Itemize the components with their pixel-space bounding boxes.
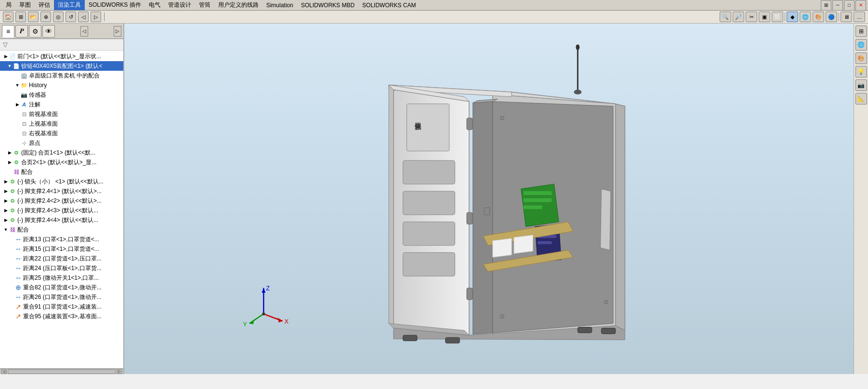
menu-item-caotu[interactable]: 草图 — [15, 0, 35, 10]
tree-item-mate-inner[interactable]: ▶ ⛓ 配合 — [0, 167, 123, 177]
arrow-history[interactable]: ▼ — [14, 82, 20, 88]
arrow-foot4[interactable]: ▶ — [3, 217, 9, 223]
arrow-front-door[interactable]: ▶ — [3, 53, 9, 59]
tab-properties[interactable]: 𝑷 — [15, 25, 28, 38]
right-btn-3[interactable]: 🎨 — [855, 52, 867, 64]
tree-item-front-door[interactable]: ▶ 📄 前门<1> (默认<<默认>_显示状... — [0, 52, 123, 61]
win-restore-btn[interactable]: ⊞ — [821, 0, 831, 11]
filter-icon[interactable]: ▽ — [3, 41, 8, 48]
tree-item-coin82[interactable]: ▶ ⊕ 重合82 (口罩货道<1>,微动开... — [0, 283, 123, 292]
tree-item-front-plane[interactable]: ▶ ⊡ 前视基准面 — [0, 109, 123, 119]
tree-item-dist22[interactable]: ▶ ↔ 距离22 (口罩货道<1>,压口罩... — [0, 254, 123, 263]
tree-item-foot3[interactable]: ▶ ⚙ (-) 脚支撑2.4<3> (默认<<默认... — [0, 206, 123, 215]
tree-item-lock[interactable]: ▶ ⚙ (-) 锁头（小） <1> (默认<<默认... — [0, 177, 123, 186]
new-view-btn[interactable]: ⊞ — [15, 12, 26, 22]
tree-item-right-plane[interactable]: ▶ ⊡ 右视基准面 — [0, 129, 123, 138]
tree-item-dist25[interactable]: ▶ ↔ 距离25 (微动开关1<1>,口罩... — [0, 273, 123, 283]
zoom-area-btn[interactable]: 🔎 — [733, 12, 744, 22]
tree-item-top-plane[interactable]: ▶ ⊡ 上视基准面 — [0, 119, 123, 129]
right-btn-2[interactable]: 🌐 — [855, 39, 867, 51]
tree-item-history[interactable]: ▼ 📁 History — [0, 80, 123, 90]
tree-item-coin95[interactable]: ▶ ↗ 重合95 (减速装置<3>,基准面... — [0, 311, 123, 321]
tree-item-mate-top[interactable]: ▼ ⛓ 配合 — [0, 225, 123, 234]
tree-item-coin91[interactable]: ▶ ↗ 重合91 (口罩货道<1>,减速装... — [0, 302, 123, 311]
tree-item-dist26[interactable]: ▶ ↔ 距离26 (口罩货道<1>,微动开... — [0, 292, 123, 302]
color-btn[interactable]: 🎨 — [813, 12, 824, 22]
tree-item-foot1[interactable]: ▶ ⚙ (-) 脚支撑2.4<1> (默认<<默认>... — [0, 186, 123, 196]
wire-btn[interactable]: ⬜ — [772, 12, 783, 22]
right-btn-6[interactable]: 📐 — [855, 93, 867, 104]
menu-item-ju[interactable]: 局 — [2, 0, 15, 10]
arrow-annotation[interactable]: ▶ — [14, 102, 20, 107]
icon-origin: ⊹ — [20, 139, 28, 147]
panel-prev-btn[interactable]: ◁ — [80, 26, 88, 37]
tree-item-table-mates[interactable]: ▶ 🏢 卓面级口罩售卖机 中的配合 — [0, 71, 123, 80]
arrow-foot1[interactable]: ▶ — [3, 188, 9, 194]
win-close-btn[interactable]: ✕ — [855, 0, 866, 11]
tree-item-hinge1[interactable]: ▶ ⚙ (固定) 合页1<1> (默认<<默... — [0, 148, 123, 157]
box-btn[interactable]: ▣ — [759, 12, 770, 22]
menu-item-sw-plugins[interactable]: SOLIDWORKS 插件 — [85, 0, 145, 10]
arrow-hinge2[interactable]: ▶ — [7, 159, 13, 165]
feature-tree[interactable]: ▶ 📄 前门<1> (默认<<默认>_显示状... ▼ 📄 铰链40X40X5装… — [0, 51, 123, 368]
menu-item-sw-mbd[interactable]: SOLIDWORKS MBD — [297, 1, 358, 10]
left-hscroll[interactable]: ◁ ▷ — [0, 368, 123, 374]
win-minimize-btn[interactable]: ─ — [832, 0, 843, 11]
view-sep-1 — [785, 13, 785, 21]
tab-config[interactable]: ⚙ — [29, 25, 41, 38]
menu-item-simulation[interactable]: Simulation — [263, 1, 297, 10]
menu-item-xuanran[interactable]: 渲染工具 — [54, 0, 85, 10]
cut-btn[interactable]: ✂ — [746, 12, 757, 22]
menu-item-guantong[interactable]: 管筒 — [195, 0, 214, 10]
tree-item-foot2[interactable]: ▶ ⚙ (-) 脚支撑2.4<2> (默认<<默认>... — [0, 196, 123, 206]
panel-next-btn[interactable]: ▷ — [114, 26, 121, 37]
shade-btn[interactable]: ◆ — [787, 12, 798, 22]
next-btn[interactable]: ▷ — [91, 12, 101, 22]
menu-item-sw-cam[interactable]: SOLIDWORKS CAM — [358, 1, 420, 10]
icon-hinge2: ⚙ — [13, 158, 20, 166]
rotate-btn[interactable]: ↺ — [66, 12, 76, 22]
tree-item-annotation[interactable]: ▶ A 注解 — [0, 100, 123, 109]
arrow-foot2[interactable]: ▶ — [3, 198, 9, 204]
menu-item-dianqi[interactable]: 电气 — [145, 0, 164, 10]
orient-btn[interactable]: ⊕ — [40, 12, 51, 22]
hscroll-left-btn[interactable]: ◁ — [1, 369, 7, 374]
arrow-hinge-asm[interactable]: ▼ — [7, 63, 13, 69]
win-maximize-btn[interactable]: □ — [844, 0, 855, 11]
arrow-lock[interactable]: ▶ — [3, 179, 9, 184]
display-btn[interactable]: ◎ — [53, 12, 64, 22]
prev-btn[interactable]: ◁ — [78, 12, 89, 22]
zoom-btn[interactable]: 🔍 — [720, 12, 731, 22]
tab-feature-tree[interactable]: ≡ — [2, 25, 14, 38]
menu-item-userline[interactable]: 用户定义的线路 — [214, 0, 263, 10]
right-btn-4[interactable]: 💡 — [855, 66, 867, 78]
tree-item-dist13[interactable]: ▶ ↔ 距离13 (口罩<1>,口罩货道<... — [0, 234, 123, 244]
icon-dist24: ↔ — [14, 264, 22, 272]
tree-item-sensor[interactable]: ▶ 📷 传感器 — [0, 90, 123, 100]
tab-display[interactable]: 👁 — [42, 25, 55, 38]
viewport[interactable]: 快来售罩口 — [124, 24, 854, 374]
tree-item-origin[interactable]: ▶ ⊹ 原点 — [0, 138, 123, 148]
home-btn[interactable]: 🏠 — [3, 12, 13, 22]
icon-dist15: ↔ — [14, 245, 22, 253]
hscroll-thumb[interactable] — [8, 369, 116, 374]
arrow-hinge1[interactable]: ▶ — [7, 150, 13, 156]
right-btn-1[interactable]: ⊞ — [855, 26, 867, 37]
texture-btn[interactable]: 🔵 — [826, 12, 837, 22]
menu-item-pinggu[interactable]: 评估 — [35, 0, 54, 10]
tree-item-dist15[interactable]: ▶ ↔ 距离15 (口罩<1>,口罩货道<... — [0, 244, 123, 254]
menu-item-guandao[interactable]: 管道设计 — [164, 0, 195, 10]
tree-item-hinge2[interactable]: ▶ ⚙ 合页2<1> (默认<<默认>_显... — [0, 157, 123, 167]
tree-item-hinge-asm[interactable]: ▼ 📄 铰链40X40X5装配图<1> (默认< — [0, 61, 123, 71]
open-btn[interactable]: 📂 — [28, 12, 39, 22]
arrow-mate-top[interactable]: ▼ — [3, 227, 9, 233]
tree-item-foot4[interactable]: ▶ ⚙ (-) 脚支撑2.4<4> (默认<<默认... — [0, 215, 123, 225]
realview-btn[interactable]: 🌐 — [800, 12, 811, 22]
tree-item-dist24[interactable]: ▶ ↔ 距离24 (压口罩板<1>,口罩货... — [0, 263, 123, 273]
more-btn[interactable]: … — [854, 12, 865, 22]
arrow-foot3[interactable]: ▶ — [3, 207, 9, 213]
hscroll-right-btn[interactable]: ▷ — [117, 369, 122, 374]
right-btn-5[interactable]: 📷 — [855, 79, 867, 91]
scene-btn[interactable]: 🖥 — [841, 12, 852, 22]
icon-mate-top: ⛓ — [9, 226, 16, 233]
